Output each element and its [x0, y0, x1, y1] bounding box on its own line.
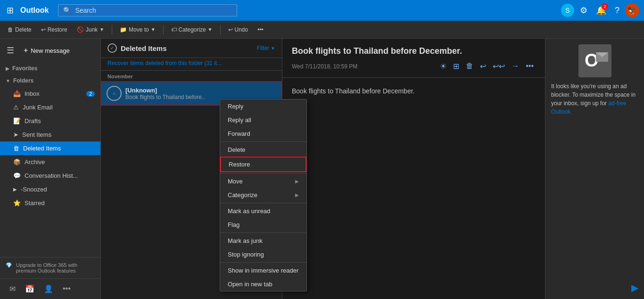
expand-icon[interactable]: ⊞	[451, 60, 461, 73]
date-group: November	[101, 71, 282, 81]
context-immersive[interactable]: Show in immersive reader	[220, 264, 306, 277]
inbox-count: 2	[86, 91, 95, 97]
deleted-icon: 🗑	[13, 145, 19, 152]
context-markjunk[interactable]: Mark as junk	[220, 234, 306, 248]
context-replyall[interactable]: Reply all	[220, 113, 306, 127]
top-bar: ⊞ Outlook 🔍 S ⚙ 🔔 2 ? 🦅	[0, 0, 644, 21]
more-icon: •••	[257, 26, 264, 33]
favorites-section[interactable]: ▶ Favorites	[0, 62, 100, 75]
email-preview-title: Book flights to Thailand before December…	[292, 46, 536, 56]
inbox-icon: 📥	[13, 90, 21, 97]
undo-icon: ↩	[228, 26, 233, 33]
moveto-dropdown-icon: ▼	[151, 27, 156, 32]
restore-icon: ↩	[41, 26, 46, 33]
sidebar: ☰ + New message ▶ Favorites ▼ Folders 📥 …	[0, 39, 101, 299]
delete-button[interactable]: 🗑 Delete	[4, 25, 35, 35]
context-flag[interactable]: Flag	[220, 218, 306, 232]
undo-button[interactable]: ↩ Undo	[224, 25, 252, 35]
sidebar-item-convhist[interactable]: 💬 Conversation Hist...	[0, 169, 100, 183]
main-layout: ☰ + New message ▶ Favorites ▼ Folders 📥 …	[0, 39, 644, 299]
move-submenu-icon: ▶	[295, 179, 299, 184]
forward-icon[interactable]: →	[510, 60, 521, 73]
context-forward[interactable]: Forward	[220, 127, 306, 141]
search-icon: 🔍	[63, 7, 71, 14]
junk-icon: 🚫	[77, 26, 84, 33]
search-input[interactable]	[75, 7, 232, 14]
drafts-icon: 📝	[13, 117, 21, 125]
notification-badge: 2	[602, 3, 608, 10]
context-delete[interactable]: Delete	[220, 143, 306, 157]
hamburger-icon[interactable]: ☰	[6, 44, 15, 57]
context-reply[interactable]: Reply	[220, 100, 306, 113]
junk-folder-icon: ⚠	[13, 104, 19, 111]
plus-icon: +	[24, 46, 28, 55]
filter-label: Filter	[256, 45, 269, 51]
categorize-button[interactable]: 🏷 Categorize ▼	[167, 25, 216, 35]
search-box: 🔍	[58, 4, 237, 17]
people-bottom-icon[interactable]: 👤	[40, 282, 57, 295]
skype-icon[interactable]: S	[561, 4, 574, 17]
context-newtab[interactable]: Open in new tab	[220, 277, 306, 291]
sidebar-item-archive[interactable]: 📦 Archive	[0, 155, 100, 169]
calendar-bottom-icon[interactable]: 📅	[21, 282, 38, 295]
delete-icon: 🗑	[8, 26, 13, 33]
reply-all-icon[interactable]: ↩↩	[491, 60, 507, 73]
context-separator-2	[220, 173, 306, 174]
context-markunread[interactable]: Mark as unread	[220, 204, 306, 218]
folders-section[interactable]: ▼ Folders	[0, 75, 100, 87]
categorize-dropdown-icon: ▼	[208, 27, 213, 32]
context-categorize[interactable]: Categorize ▶	[220, 188, 306, 202]
sidebar-top: ☰ + New message	[0, 39, 100, 62]
sidebar-item-deleted[interactable]: 🗑 Deleted Items	[0, 141, 100, 155]
sidebar-item-inbox[interactable]: 📥 Inbox 2	[0, 87, 100, 100]
ad-arrow-icon[interactable]: ▶	[631, 282, 638, 293]
sidebar-item-snoozed[interactable]: ▶ -Snoozed	[0, 183, 100, 196]
categorize-submenu-icon: ▶	[295, 192, 299, 198]
ad-panel: O It looks like you're using an ad block…	[545, 39, 644, 299]
toolbar: 🗑 Delete ↩ Restore 🚫 Junk ▼ 📁 Move to ▼ …	[0, 21, 644, 39]
recover-link[interactable]: Recover items deleted from this folder (…	[101, 58, 282, 71]
toolbar-separator	[112, 25, 112, 34]
snoozed-icon: ▶	[13, 187, 17, 192]
settings-icon[interactable]: ⚙	[577, 2, 590, 18]
upgrade-icon: 💎	[6, 262, 12, 268]
mail-bottom-icon[interactable]: ✉	[6, 282, 19, 295]
archive-icon: 📦	[13, 158, 21, 166]
ad-text: It looks like you're using an ad blocker…	[551, 82, 638, 116]
upgrade-section[interactable]: 💎 Upgrade to Office 365 with premium Out…	[0, 257, 100, 278]
help-icon[interactable]: ?	[612, 3, 622, 18]
email-preview-header: Book flights to Thailand before December…	[282, 39, 545, 78]
restore-button[interactable]: ↩ Restore	[37, 25, 71, 35]
context-stopignoring[interactable]: Stop ignoring	[220, 248, 306, 261]
moveto-button[interactable]: 📁 Move to ▼	[116, 25, 159, 35]
junk-button[interactable]: 🚫 Junk ▼	[73, 25, 108, 35]
notifications-icon[interactable]: 🔔 2	[593, 2, 609, 18]
email-action-icons: ☀ ⊞ 🗑 ↩ ↩↩ → •••	[438, 60, 536, 73]
more-bottom-icon[interactable]: •••	[59, 282, 74, 295]
sidebar-item-sent[interactable]: ➤ Sent Items	[0, 128, 100, 141]
sidebar-item-drafts[interactable]: 📝 Drafts	[0, 114, 100, 128]
folder-title: Deleted Items	[121, 44, 253, 52]
toolbar-separator-3	[220, 25, 221, 34]
trash-icon[interactable]: 🗑	[464, 60, 475, 73]
filter-dropdown-icon: ▼	[271, 46, 275, 51]
more-email-icon[interactable]: •••	[524, 60, 536, 73]
folder-status-icon: ✓	[107, 43, 117, 53]
context-restore[interactable]: Restore	[220, 157, 306, 172]
more-toolbar-button[interactable]: •••	[254, 25, 267, 35]
starred-icon: ⭐	[13, 199, 21, 207]
context-move[interactable]: Move ▶	[220, 174, 306, 188]
filter-button[interactable]: Filter ▼	[256, 45, 275, 51]
waffle-icon[interactable]: ⊞	[5, 3, 16, 17]
reply-icon[interactable]: ↩	[478, 60, 488, 73]
user-avatar[interactable]: 🦅	[625, 3, 639, 17]
email-meta-row: Wed 7/11/2018, 10:59 PM ☀ ⊞ 🗑 ↩ ↩↩ → •••	[292, 60, 536, 73]
sidebar-item-junk[interactable]: ⚠ Junk Email	[0, 100, 100, 114]
sidebar-item-starred[interactable]: ⭐ Starred	[0, 196, 100, 210]
email-sender: [Unknown]	[125, 87, 276, 94]
categorize-icon: 🏷	[171, 26, 177, 33]
sun-icon[interactable]: ☀	[438, 60, 448, 73]
email-body: Book flights to Thailand before December…	[282, 78, 545, 104]
new-message-button[interactable]: + New message	[19, 43, 95, 58]
context-menu: Reply Reply all Forward Delete Restore M…	[220, 99, 307, 291]
